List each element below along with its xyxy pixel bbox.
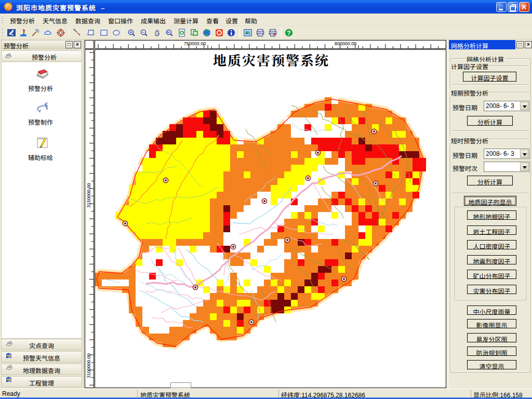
svg-text:750000.00: 750000.00 [184,41,206,46]
svg-text:3150000.00: 3150000.00 [86,183,91,208]
svg-text:800000.00: 800000.00 [335,41,357,46]
svg-text:地质灾害预警系统: 地质灾害预警系统 [213,50,329,69]
svg-text:?: ? [287,30,290,37]
svg-text:3100000.00: 3100000.00 [86,353,91,378]
